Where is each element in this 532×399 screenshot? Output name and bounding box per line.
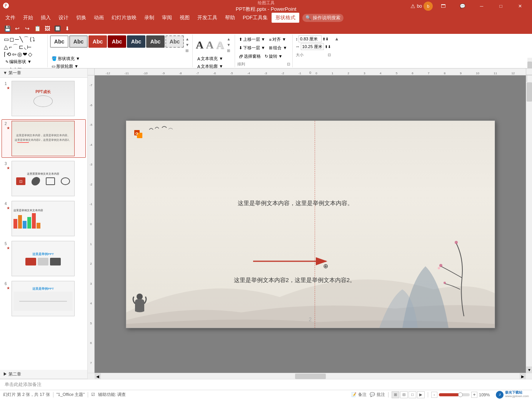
- style-sample-6[interactable]: Abc: [146, 35, 165, 48]
- rotate-icon: ↻: [265, 54, 268, 59]
- rotate-button[interactable]: ↻ 旋转 ▼: [263, 53, 284, 60]
- style-sample-5[interactable]: Abc: [127, 35, 145, 48]
- ribbon-toggle-button[interactable]: 🗖: [434, 0, 452, 12]
- edit-shape-label: 编辑形状 ▼: [9, 59, 32, 65]
- art-scroll-down[interactable]: ▼: [226, 42, 232, 48]
- undo-button[interactable]: ↩: [13, 24, 22, 33]
- section1-header[interactable]: ▼ 第一章: [0, 68, 87, 78]
- text-fill-button[interactable]: A 文本填充 ▼: [196, 55, 232, 62]
- comment-button[interactable]: 💬: [454, 0, 471, 12]
- arrange-expand-icon[interactable]: ⊡: [287, 62, 290, 66]
- right-vscroll[interactable]: ▲ ▼: [526, 75, 532, 373]
- slide-thumb-6[interactable]: 6 ★ 这里是举例PPT: [2, 279, 86, 318]
- art-scroll-up[interactable]: ▲: [226, 36, 232, 42]
- art-text-sample-3[interactable]: A: [216, 39, 223, 51]
- menu-view[interactable]: 视图: [176, 13, 193, 23]
- hscroll[interactable]: ◀ ▶: [88, 373, 532, 379]
- qa-btn4[interactable]: 📋: [33, 24, 42, 33]
- zoom-thumb[interactable]: [458, 392, 463, 397]
- move-up-button[interactable]: ⬆ 上移一层 ▼: [237, 36, 267, 43]
- height-input[interactable]: [299, 35, 322, 42]
- move-down-icon: ⬇: [239, 45, 242, 50]
- move-up-label: 上移一层 ▼: [243, 37, 265, 42]
- comments-button[interactable]: 💬 批注: [370, 392, 385, 397]
- search-box[interactable]: 🔍 操作说明搜索: [302, 14, 344, 22]
- normal-view-button[interactable]: ⊞: [392, 391, 399, 398]
- edit-shape-button[interactable]: ✎ 编辑形状 ▼: [4, 58, 33, 65]
- slide-thumb-4[interactable]: 4 ★ 这里是举例文本文本内容: [2, 199, 86, 238]
- text-content-1[interactable]: 这里是举例文本内容，这里是举例文本内容。: [238, 198, 353, 208]
- zoom-out-button[interactable]: -: [431, 392, 437, 398]
- select-pane-icon: 🗗: [239, 54, 243, 59]
- menu-review[interactable]: 审阅: [158, 13, 176, 23]
- menu-slideshow[interactable]: 幻灯片放映: [108, 13, 140, 23]
- style-sample-7[interactable]: Abc: [165, 35, 184, 48]
- slide-thumb-2[interactable]: 2 ★ 这里是举例文本内容，这里是举例文本内容。 这里是举例文本内容2，这里是举…: [2, 119, 86, 158]
- art-text-sample-1[interactable]: A: [196, 39, 203, 51]
- redo-button[interactable]: ↪: [23, 24, 32, 33]
- text-content-2[interactable]: 这里是举例文本内容2，这里是举例文本内容2。: [234, 277, 356, 284]
- style-sample-1[interactable]: Abc: [50, 35, 68, 48]
- reading-view-button[interactable]: □: [409, 391, 416, 398]
- align-button[interactable]: ≡ 对齐 ▼: [267, 36, 287, 43]
- art-text-sample-2[interactable]: A: [206, 39, 213, 51]
- comment-placeholder: 单击此处添加备注: [5, 381, 42, 388]
- slide-thumb-1[interactable]: 1 ★ PPT成长: [2, 79, 86, 118]
- menu-transition[interactable]: 切换: [72, 13, 90, 23]
- minimize-button[interactable]: ─: [473, 0, 490, 12]
- move-up-icon: ⬆: [239, 37, 242, 42]
- select-pane-button[interactable]: 🗗 选择窗格: [237, 53, 262, 60]
- size-expand-icon[interactable]: ⊡: [328, 53, 331, 57]
- menu-animation[interactable]: 动画: [90, 13, 108, 23]
- section2-collapse-icon: ▶: [3, 372, 7, 376]
- zoom-in-button[interactable]: +: [471, 392, 477, 398]
- shape-icon-17: ◎: [17, 51, 22, 57]
- menu-file[interactable]: 文件: [2, 13, 19, 23]
- slide-thumb-5[interactable]: 5 ★ 这里是举例PPT: [2, 239, 86, 278]
- menu-record[interactable]: 录制: [140, 13, 158, 23]
- style-sample-2[interactable]: Abc: [69, 35, 88, 48]
- styles-scroll-down[interactable]: ▼: [185, 42, 190, 48]
- menu-start[interactable]: 开始: [19, 13, 37, 23]
- align-label: 对齐 ▼: [272, 37, 286, 42]
- styles-expand[interactable]: ⊞: [185, 48, 190, 53]
- slide-num-6: 6: [5, 281, 10, 286]
- menu-developer[interactable]: 开发工具: [193, 13, 221, 23]
- comment-bar[interactable]: 单击此处添加备注: [0, 379, 532, 390]
- width-input[interactable]: [301, 43, 324, 50]
- ribbon-collapse[interactable]: ▲: [334, 35, 340, 67]
- shape-icon-15: ⟲: [7, 51, 11, 57]
- styles-scroll-up[interactable]: ▲: [185, 36, 190, 42]
- size-group: ↕ ⬆⬇ ↔ ⬆⬇ 大小 ⊡: [293, 35, 334, 67]
- style-sample-3[interactable]: Abc: [88, 35, 107, 48]
- slide-scroll-area[interactable]: O: [95, 75, 526, 373]
- close-button[interactable]: ✕: [511, 0, 529, 12]
- section2-header[interactable]: ▶ 第二章: [0, 370, 87, 379]
- slideshow-button[interactable]: ▶: [417, 391, 425, 398]
- menu-pdf[interactable]: PDF工具集: [239, 13, 272, 23]
- notes-button[interactable]: 📝 备注: [351, 392, 367, 397]
- menu-insert[interactable]: 插入: [37, 13, 55, 23]
- move-down-button[interactable]: ⬇ 下移一层 ▼: [237, 44, 267, 52]
- scroll-down-button[interactable]: ▼: [526, 367, 532, 373]
- scroll-right-button[interactable]: ▶: [520, 373, 526, 379]
- shape-buttons-row: ✎ 编辑形状 ▼: [4, 58, 45, 65]
- save-button[interactable]: 💾: [3, 24, 12, 33]
- slide-thumb-3[interactable]: 3 ★ 这里置置举例文本文本内容 ⊡: [2, 159, 86, 198]
- shape-icon-2: ◻: [10, 36, 14, 42]
- qa-btn6[interactable]: 🔲: [53, 24, 62, 33]
- style-sample-4[interactable]: Abc: [108, 35, 126, 48]
- maximize-button[interactable]: □: [492, 0, 510, 12]
- shape-fill-button[interactable]: 🪣 形状填充 ▼: [50, 55, 190, 62]
- zoom-slider[interactable]: [439, 393, 470, 396]
- qa-btn5[interactable]: 🖼: [43, 24, 52, 33]
- menu-design[interactable]: 设计: [55, 13, 72, 23]
- slide-sorter-button[interactable]: ⊟: [400, 391, 408, 398]
- scroll-left-button[interactable]: ◀: [95, 373, 101, 379]
- menu-shape-format[interactable]: 形状格式: [272, 13, 299, 23]
- group-button[interactable]: ⊞ 组合 ▼: [267, 44, 289, 52]
- art-expand[interactable]: ⊞: [226, 48, 232, 53]
- menu-help[interactable]: 帮助: [221, 13, 239, 23]
- qa-btn7[interactable]: ⬇: [63, 24, 72, 33]
- user-avatar[interactable]: b: [424, 2, 433, 11]
